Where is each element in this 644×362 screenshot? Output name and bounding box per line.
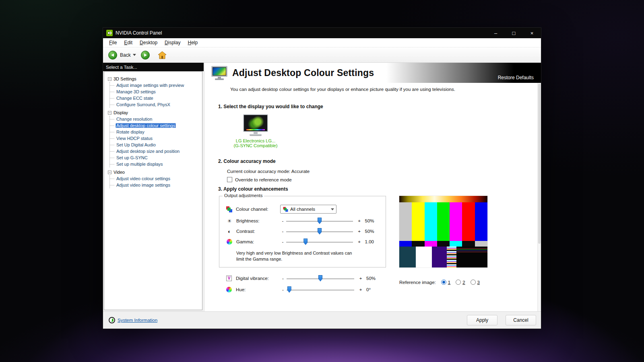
task-sidebar: Select a Task... 3D Settings Adjust imag… — [103, 63, 204, 311]
vertical-scrollbar[interactable] — [537, 83, 541, 311]
tree-item-view-hdcp-status[interactable]: View HDCP status — [110, 135, 200, 142]
window-title: NVIDIA Control Panel — [116, 30, 162, 36]
step2-heading: 2. Colour accuracy mode — [218, 158, 541, 164]
hue-row: Hue: - + 0° — [226, 284, 386, 295]
current-accuracy-mode: Current colour accuracy mode: Accurate — [227, 169, 541, 174]
tree-item-manage-3d-settings[interactable]: Manage 3D settings — [110, 88, 200, 95]
contrast-slider[interactable] — [286, 228, 353, 235]
tree-item-adjust-desktop-size-position[interactable]: Adjust desktop size and position — [110, 148, 200, 154]
colour-channel-label: Colour channel: — [236, 207, 280, 212]
output-adjustments-group: Output adjustments Colour channel: All c… — [219, 196, 386, 267]
system-information-link[interactable]: System Information — [109, 317, 157, 323]
contrast-label: Contrast: — [236, 229, 280, 234]
back-label[interactable]: Back — [120, 52, 131, 58]
castellation-strip — [399, 241, 487, 247]
tree-group-video[interactable]: Video — [106, 170, 200, 175]
tree-item-adjust-video-colour-settings[interactable]: Adjust video colour settings — [110, 175, 200, 182]
tree-item-set-up-digital-audio[interactable]: Set Up Digital Audio — [110, 142, 200, 148]
slider-thumb[interactable] — [303, 239, 308, 245]
reference-image-selector: Reference image: 1 2 3 — [399, 280, 488, 285]
colour-bars — [399, 202, 487, 241]
close-button[interactable]: × — [523, 28, 541, 38]
reference-radio-2[interactable] — [456, 280, 461, 285]
page-body: You can adjust desktop colour settings f… — [205, 83, 541, 311]
tree-item-adjust-video-image-settings[interactable]: Adjust video image settings — [110, 182, 200, 188]
minimize-button[interactable]: – — [487, 28, 505, 38]
brightness-slider[interactable] — [286, 217, 353, 224]
hue-slider[interactable] — [287, 286, 354, 293]
tree-item-change-ecc-state[interactable]: Change ECC state — [110, 95, 200, 101]
page-description: You can adjust desktop colour settings f… — [230, 87, 541, 92]
reference-radio-3[interactable] — [471, 280, 476, 285]
back-history-chevron-icon[interactable] — [133, 54, 136, 56]
reference-radio-3-label[interactable]: 3 — [477, 280, 480, 285]
menu-file[interactable]: File — [105, 39, 120, 47]
monitor-icon[interactable] — [243, 114, 268, 132]
forward-button[interactable] — [141, 51, 150, 60]
tree-item-adjust-desktop-colour-settings[interactable]: Adjust desktop colour settings — [110, 122, 200, 129]
gamma-value: 1.00 — [365, 239, 382, 244]
reference-radio-1[interactable] — [441, 280, 446, 285]
restore-defaults-link[interactable]: Restore Defaults — [498, 75, 534, 80]
override-reference-checkbox[interactable] — [227, 177, 232, 182]
colour-channel-select[interactable]: All channels — [280, 205, 336, 214]
tree-item-set-up-multiple-displays[interactable]: Set up multiple displays — [110, 161, 200, 167]
brightness-icon — [226, 218, 233, 224]
all-channels-icon — [283, 207, 288, 212]
tree-group-display[interactable]: Display — [106, 110, 200, 115]
menu-desktop[interactable]: Desktop — [136, 39, 161, 47]
back-button[interactable] — [108, 51, 117, 60]
collapse-icon[interactable] — [108, 111, 111, 115]
hue-label: Hue: — [236, 287, 280, 292]
slider-thumb[interactable] — [318, 218, 322, 224]
back-arrow-icon — [111, 53, 114, 57]
tree-group-3d-settings[interactable]: 3D Settings — [106, 76, 200, 81]
menu-edit[interactable]: Edit — [120, 39, 136, 47]
title-bar[interactable]: NVIDIA Control Panel – □ × — [103, 28, 541, 38]
digital-vibrance-slider[interactable] — [287, 275, 354, 282]
tree-group-label: Display — [114, 110, 128, 115]
slider-thumb[interactable] — [318, 228, 322, 234]
gradient-strip — [399, 196, 487, 202]
tree-item-rotate-display[interactable]: Rotate display — [110, 129, 200, 135]
tree-group-label: Video — [114, 170, 125, 175]
display-selector[interactable]: LG Electronics LG... (G-SYNC Compatible) — [231, 114, 280, 148]
tree-group-label: 3D Settings — [114, 76, 136, 81]
desktop-wallpaper: NVIDIA Control Panel – □ × File Edit Des… — [0, 0, 644, 362]
digital-vibrance-icon — [226, 275, 232, 282]
menu-help[interactable]: Help — [184, 39, 201, 47]
colour-channel-value: All channels — [290, 207, 315, 212]
reference-radio-1-label[interactable]: 1 — [448, 280, 450, 285]
menu-display[interactable]: Display — [161, 39, 184, 47]
group-title: Output adjustments — [223, 193, 264, 198]
cancel-button[interactable]: Cancel — [506, 315, 536, 325]
slider-thumb[interactable] — [287, 286, 291, 293]
hue-value: 0° — [366, 287, 383, 292]
system-information-label[interactable]: System Information — [118, 318, 157, 323]
slider-plus: + — [356, 229, 363, 234]
monitor-base — [250, 134, 262, 136]
reference-radio-2-label[interactable]: 2 — [462, 280, 465, 285]
tree-item-configure-surround-physx[interactable]: Configure Surround, PhysX — [110, 101, 200, 108]
digital-vibrance-label: Digital vibrance: — [236, 276, 280, 281]
collapse-icon[interactable] — [108, 77, 111, 81]
home-icon[interactable] — [158, 51, 167, 59]
system-information-icon — [109, 317, 115, 323]
slider-thumb[interactable] — [318, 275, 322, 282]
slider-minus: - — [280, 229, 285, 234]
tree-item-set-up-gsync[interactable]: Set up G-SYNC — [110, 154, 200, 161]
slider-plus: + — [357, 287, 364, 292]
apply-button[interactable]: Apply — [467, 315, 497, 325]
brightness-label: Brightness: — [236, 218, 280, 223]
tree-item-adjust-image-settings[interactable]: Adjust image settings with preview — [110, 82, 200, 88]
scrollbar-thumb[interactable] — [538, 84, 541, 244]
collapse-icon[interactable] — [108, 171, 111, 174]
gamma-row: Gamma: - + 1.00 — [226, 237, 382, 247]
contrast-value: 50% — [365, 229, 382, 234]
reference-image-preview — [399, 196, 487, 267]
gamma-icon — [226, 239, 233, 245]
gamma-slider[interactable] — [286, 238, 353, 245]
tree-item-change-resolution[interactable]: Change resolution — [110, 116, 200, 122]
maximize-button[interactable]: □ — [505, 28, 523, 38]
slider-minus: - — [280, 276, 286, 281]
